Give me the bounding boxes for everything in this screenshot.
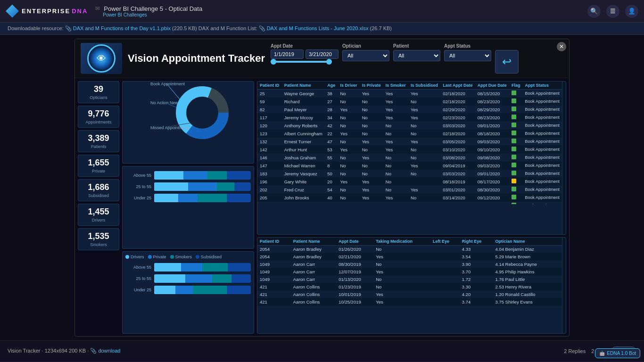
table1-scrollbar[interactable] xyxy=(562,82,566,234)
patient-filter: Patient All xyxy=(393,43,440,61)
bar2-row-25to55: 25 to 55 xyxy=(125,274,251,283)
col-is-subsidised: Is Subsidised xyxy=(408,82,440,90)
table2-scrollbar[interactable] xyxy=(562,238,566,333)
legend-drivers: Drivers xyxy=(125,255,144,259)
menu-icon[interactable]: ☰ xyxy=(606,5,619,18)
table-row: 421Aaron Collins10/25/2019Yes3.743.75 Sh… xyxy=(257,298,562,306)
flag-icon xyxy=(512,203,516,204)
col-flag: Flag xyxy=(509,82,523,90)
bar2-row-under25: Under 25 xyxy=(125,286,251,294)
bar-row-25to55: 25 to 55 xyxy=(125,182,251,191)
bar-chart-box1: Above 55 25 to 55 xyxy=(122,166,254,248)
search-icon[interactable]: 🔍 xyxy=(587,5,601,18)
page-title: Power BI Challenge 5 - Optical Data xyxy=(104,5,202,12)
logo[interactable]: ENTERPRISE DNA xyxy=(6,5,88,18)
col-last-appt: Last Appt Date xyxy=(440,82,475,90)
table1-scroll[interactable]: Patient ID Patient Name Age Is Driver Is… xyxy=(257,82,562,204)
patient-details-table[interactable]: Patient ID Patient Name Appt Date Taking… xyxy=(257,237,566,334)
date-start-input[interactable] xyxy=(271,49,304,59)
bottom-info: Vision Tracker · 1234x694 200 KB · 📎 dow… xyxy=(8,348,120,354)
table-row: 132Ernest Turner47NoYesYesYes03/05/20200… xyxy=(257,138,562,146)
like-count: 2 xyxy=(591,348,594,354)
flag-icon xyxy=(512,171,516,175)
flag-icon xyxy=(512,155,516,159)
col-appt-status: Appt Status xyxy=(523,82,562,90)
table-row: 421Aaron Collins10/01/2019Yes4.201.20 Ro… xyxy=(257,291,562,298)
eye-icon: 👁 xyxy=(87,44,116,73)
col2-patient-id: Patient ID xyxy=(257,238,291,246)
download-link-2[interactable]: DAX and M Functions Lists - June 2020.xl… xyxy=(267,25,369,31)
stat-smokers: 1,535 Smokers xyxy=(78,228,119,250)
flag-icon xyxy=(512,187,516,191)
patient-select[interactable]: All xyxy=(393,50,440,61)
bot-label: EDNA 1.0 Bot xyxy=(607,351,636,356)
table-row: 146Joshua Graham55NoYesNoNo03/08/202009/… xyxy=(257,154,562,162)
col-is-driver: Is Driver xyxy=(338,82,359,90)
flag-icon xyxy=(512,179,516,183)
dashboard-logo: 👁 xyxy=(81,43,122,74)
table-row: 2054Aaron Bradley01/26/2020No4.334.04 Be… xyxy=(257,246,562,253)
logo-diamond-icon xyxy=(6,5,19,18)
main-area: ✕ 👁 Vision Appointment Tracker Appt Date xyxy=(0,35,644,340)
stat-subsidised: 1,686 Subsidised xyxy=(78,179,119,201)
table-row: 2054Aaron Bradley02/21/2020Yes3.545.29 M… xyxy=(257,253,562,261)
appt-status-select[interactable]: All xyxy=(444,50,491,61)
charts-column: Book Appointment No Action Needed Mis xyxy=(122,81,254,334)
filters: Appt Date Optician All Patient xyxy=(271,43,563,74)
dashboard-card: ✕ 👁 Vision Appointment Tracker Appt Date xyxy=(74,39,570,337)
logo-text: ENTERPRISE DNA xyxy=(22,8,88,15)
table-row: 142Arthur Hunt53YesNoYesNo03/10/202009/1… xyxy=(257,146,562,154)
svg-point-5 xyxy=(189,99,215,126)
col-is-smoker: Is Smoker xyxy=(383,82,408,90)
title-wrap: ✉ Power BI Challenge 5 - Optical Data Po… xyxy=(95,5,587,17)
user-icon[interactable]: 👤 xyxy=(625,5,638,18)
optician-select[interactable]: All xyxy=(342,50,389,61)
legend-subsidised: Subsidised xyxy=(196,255,222,259)
flag-icon xyxy=(512,147,516,151)
notif-text: Downloadable resource: xyxy=(8,25,64,31)
flag-icon xyxy=(512,123,516,127)
col2-optician-name: Optician Name xyxy=(493,238,562,246)
reset-button[interactable]: ↩ xyxy=(495,50,519,74)
stat-appointments: 9,776 Appointments xyxy=(78,106,119,128)
bottom-bar: Vision Tracker · 1234x694 200 KB · 📎 dow… xyxy=(0,340,644,361)
table-row: 183Jeremy Vasquez50NoNoNoNo03/03/202009/… xyxy=(257,170,562,178)
date-slider[interactable] xyxy=(271,61,332,63)
stat-private: 1,655 Private xyxy=(78,155,119,177)
page-subtitle: Power BI Challenges xyxy=(95,12,587,17)
bot-badge: 🤖 EDNA 1.0 Bot xyxy=(595,348,640,358)
col2-taking-med: Taking Medication xyxy=(373,238,430,246)
table-row: 421Aaron Collins11/20/2020No3.454.62 Aar… xyxy=(257,306,562,306)
table-row: 1049Aaron Carr08/30/2019No3.904.14 Rebec… xyxy=(257,261,562,268)
bar2-row-above55: Above 55 xyxy=(125,263,251,272)
col-appt-due: Appt Due Date xyxy=(475,82,509,90)
bar-chart-box2: Drivers Private Smokers Subsidised xyxy=(122,251,254,334)
table2-scroll[interactable]: Patient ID Patient Name Appt Date Taking… xyxy=(257,238,562,306)
col-patient-name: Patient Name xyxy=(282,82,325,90)
close-button[interactable]: ✕ xyxy=(557,42,566,51)
download-link-1[interactable]: DAX and M Functions of the Day v1.1.pbix xyxy=(73,25,171,31)
table-row: 25Wayne George38NoYesYesYes02/18/202008/… xyxy=(257,90,562,98)
bar-chart-2: Above 55 25 to 55 xyxy=(125,261,251,296)
sub-bar: Downloadable resource: 📎 DAX and M Funct… xyxy=(0,23,644,35)
flag-icon xyxy=(512,99,516,103)
dashboard-header: 👁 Vision Appointment Tracker Appt Date O… xyxy=(75,39,569,78)
table-row: 82Paul Meyer28YesNoYesYes02/29/202008/29… xyxy=(257,106,562,114)
appointments-table[interactable]: Patient ID Patient Name Age Is Driver Is… xyxy=(257,81,566,235)
table-row: 421Aaron Collins01/23/2019No3.302.53 Hen… xyxy=(257,283,562,291)
chart2-legend: Drivers Private Smokers Subsidised xyxy=(125,255,251,259)
stat-drivers: 1,455 Drivers xyxy=(78,204,119,226)
table1: Patient ID Patient Name Age Is Driver Is… xyxy=(257,82,562,204)
col-age: Age xyxy=(325,82,338,90)
tables-column: Patient ID Patient Name Age Is Driver Is… xyxy=(257,81,566,334)
bar-row-under25: Under 25 xyxy=(125,194,251,202)
flag-icon xyxy=(512,163,516,167)
date-end-input[interactable] xyxy=(305,49,339,59)
bottom-download-link[interactable]: download xyxy=(98,348,120,354)
flag-icon xyxy=(512,90,516,95)
table-row: 216Jason Nguyen47YesNoNoNo03/07/202009/0… xyxy=(257,202,562,205)
table-row: 120Anthony Roberts42NoNoNoNo03/03/202009… xyxy=(257,122,562,130)
flag-icon xyxy=(512,139,516,143)
stat-patients: 3,389 Patients xyxy=(78,130,119,152)
appt-status-filter: Appt Status All xyxy=(444,43,491,61)
